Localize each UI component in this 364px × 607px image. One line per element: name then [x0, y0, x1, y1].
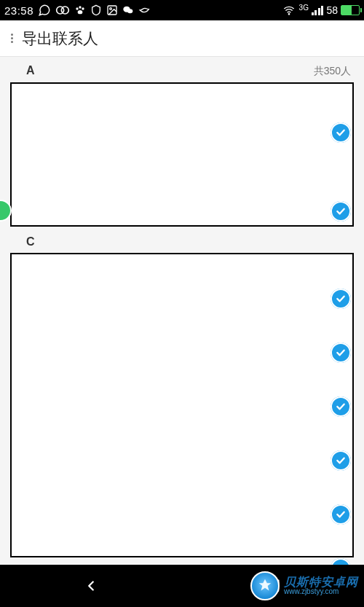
back-button[interactable]: [69, 565, 113, 607]
checkmark-column-a: [331, 122, 360, 222]
svg-line-12: [272, 581, 278, 587]
total-count: 共350人: [314, 65, 351, 78]
status-time: 23:58: [4, 4, 33, 17]
select-check[interactable]: [331, 289, 351, 309]
select-check[interactable]: [331, 396, 351, 417]
contact-group-a[interactable]: [10, 82, 354, 227]
contact-list: A 共350人 C: [0, 57, 364, 565]
section-header-a: A 共350人: [0, 57, 364, 81]
select-check[interactable]: [331, 342, 351, 363]
svg-point-5: [78, 10, 83, 14]
watermark-name: 贝斯特安卓网: [284, 576, 358, 588]
image-icon: [106, 4, 118, 16]
wifi-icon: [282, 4, 296, 16]
bottom-nav: 贝斯特安卓网 www.zjbstyy.com: [0, 565, 364, 607]
svg-point-4: [82, 7, 84, 9]
select-check[interactable]: [331, 450, 351, 471]
network-type: 3G: [299, 4, 309, 12]
status-bar: 23:58 3G 58: [0, 0, 364, 20]
svg-point-9: [127, 9, 132, 13]
svg-point-7: [110, 8, 112, 10]
wechat-icon: [122, 4, 134, 16]
select-check[interactable]: [331, 504, 351, 525]
battery-percent: 58: [326, 4, 338, 16]
shield-icon: [90, 4, 102, 16]
svg-point-10: [288, 14, 289, 15]
svg-point-1: [61, 7, 68, 14]
menu-icon[interactable]: [6, 34, 17, 43]
section-letter: C: [26, 235, 35, 248]
watermark-url: www.zjbstyy.com: [284, 588, 358, 595]
battery-icon: [341, 5, 360, 15]
svg-point-2: [76, 7, 78, 9]
paw-icon: [74, 4, 86, 16]
section-header-c: C: [0, 231, 364, 251]
share-button[interactable]: [251, 565, 295, 607]
signal-icon: [312, 5, 324, 15]
checkmark-column-c: [331, 289, 360, 565]
page-title: 导出联系人: [22, 28, 98, 49]
chat-bubble-icon: [38, 4, 51, 17]
select-check[interactable]: [331, 122, 351, 143]
section-letter: A: [26, 64, 35, 77]
svg-point-3: [79, 6, 81, 8]
bird-icon: [138, 4, 151, 16]
title-bar: 导出联系人: [0, 20, 364, 57]
select-check[interactable]: [331, 201, 351, 222]
select-check[interactable]: [331, 558, 351, 565]
contact-group-c[interactable]: [10, 253, 354, 557]
circles-icon: [55, 4, 70, 16]
